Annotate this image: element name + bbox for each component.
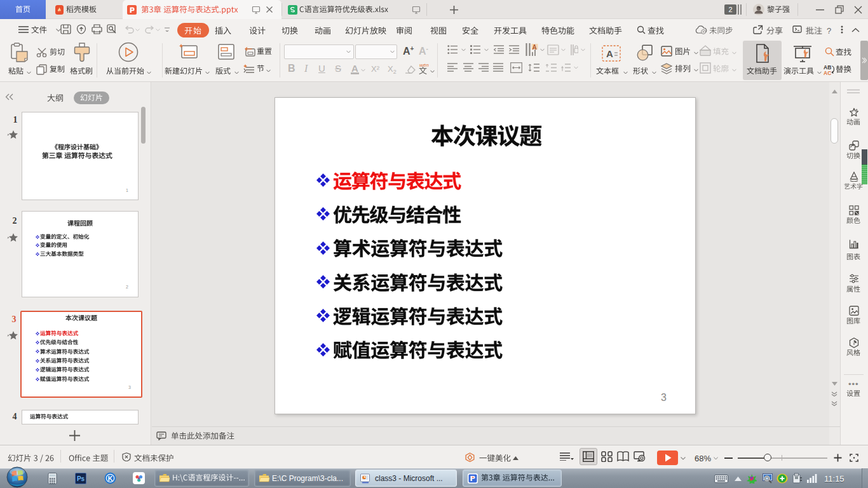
svg-text:K: K <box>108 475 113 482</box>
svg-text:AC: AC <box>824 70 831 76</box>
svg-text:A: A <box>532 44 537 51</box>
svg-text:A: A <box>606 48 613 59</box>
